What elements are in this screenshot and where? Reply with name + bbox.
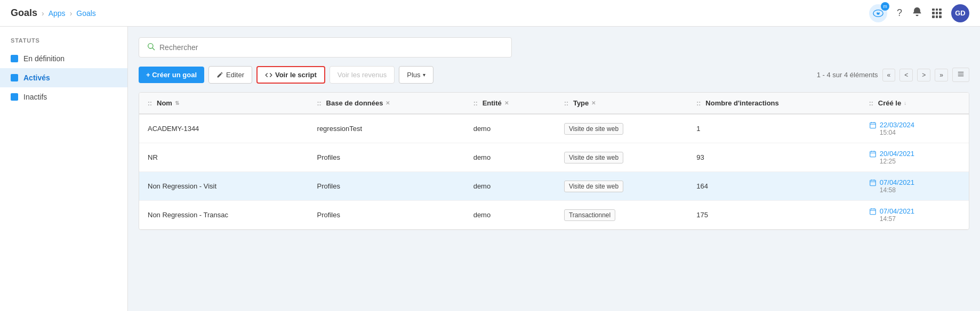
col-drag-icon: ::	[148, 100, 152, 107]
col-drag-icon-4: ::	[564, 100, 568, 107]
svg-rect-12	[870, 151, 876, 157]
apps-grid-icon[interactable]	[932, 9, 942, 18]
code-icon	[265, 71, 272, 79]
sort-type-icon[interactable]: ✕	[591, 100, 596, 106]
more-button[interactable]: Plus ▾	[399, 66, 433, 84]
cell-type-0: Visite de site web	[556, 114, 688, 143]
col-interactions: :: Nombre d'interactions	[688, 93, 861, 114]
toolbar-right: 1 - 4 sur 4 éléments « < > »	[817, 68, 969, 82]
table-row[interactable]: Non Regression - Transac Profiles demo T…	[139, 201, 969, 230]
cell-interactions-1: 93	[688, 143, 861, 172]
cell-nom-1: NR	[139, 143, 309, 172]
bell-icon[interactable]	[912, 6, 922, 20]
prev-page-button[interactable]: <	[899, 69, 913, 81]
inactifs-icon	[11, 93, 18, 101]
user-avatar[interactable]: GD	[951, 4, 969, 22]
table-header: :: Nom ⇅ :: Base de données ✕	[139, 93, 969, 114]
cell-date-2: 07/04/2021 14:58	[861, 172, 969, 201]
view-script-button[interactable]: Voir le script	[256, 66, 325, 84]
cell-nom-3: Non Regression - Transac	[139, 201, 309, 230]
breadcrumb-sep-1: ›	[42, 9, 44, 18]
table-body: ACADEMY-1344 regressionTest demo Visite …	[139, 114, 969, 230]
create-goal-button[interactable]: + Créer un goal	[139, 67, 204, 83]
data-table: :: Nom ⇅ :: Base de données ✕	[139, 92, 969, 230]
cell-entite-1: demo	[465, 143, 556, 172]
breadcrumb-apps[interactable]: Apps	[49, 9, 66, 18]
cell-date-3: 07/04/2021 14:57	[861, 201, 969, 230]
en-definition-icon	[11, 55, 18, 62]
cell-nom-0: ACADEMY-1344	[139, 114, 309, 143]
table-row[interactable]: Non Regression - Visit Profiles demo Vis…	[139, 172, 969, 201]
col-type: :: Type ✕	[556, 93, 688, 114]
calendar-icon	[869, 179, 877, 188]
avatar-eye-wrapper[interactable]: m	[869, 4, 887, 22]
cell-date-0: 22/03/2024 15:04	[861, 114, 969, 143]
sidebar-item-label-inactifs: Inactifs	[23, 93, 47, 101]
search-input[interactable]	[159, 43, 504, 52]
list-view-button[interactable]	[952, 68, 969, 82]
cell-base-1: Profiles	[309, 143, 465, 172]
edit-icon	[216, 71, 223, 78]
svg-rect-20	[870, 209, 876, 215]
col-base: :: Base de données ✕	[309, 93, 465, 114]
cell-nom-2: Non Regression - Visit	[139, 172, 309, 201]
help-icon[interactable]: ?	[897, 7, 902, 19]
cell-type-3: Transactionnel	[556, 201, 688, 230]
header-right: m ? GD	[869, 4, 969, 22]
sidebar-item-inactifs[interactable]: Inactifs	[0, 87, 127, 107]
svg-point-2	[878, 12, 879, 13]
pagination-info: 1 - 4 sur 4 éléments	[817, 71, 878, 79]
col-drag-icon-2: ::	[317, 100, 322, 107]
breadcrumb-goals[interactable]: Goals	[76, 9, 96, 18]
table-row[interactable]: NR Profiles demo Visite de site web 93	[139, 143, 969, 172]
cell-interactions-0: 1	[688, 114, 861, 143]
page-title: Goals	[11, 7, 37, 19]
col-nom: :: Nom ⇅	[139, 93, 309, 114]
toolbar: + Créer un goal Editer Voir le script Vo…	[139, 66, 969, 84]
next-page-button[interactable]: >	[917, 69, 930, 81]
edit-button[interactable]: Editer	[208, 66, 252, 84]
calendar-icon	[869, 208, 877, 217]
cell-interactions-2: 164	[688, 172, 861, 201]
sort-nom-icon[interactable]: ⇅	[175, 100, 179, 106]
table-row[interactable]: ACADEMY-1344 regressionTest demo Visite …	[139, 114, 969, 143]
sort-created-icon[interactable]: ↓	[904, 100, 906, 106]
calendar-icon	[869, 150, 877, 159]
cell-base-2: Profiles	[309, 172, 465, 201]
actives-icon	[11, 74, 18, 81]
sort-entite-icon[interactable]: ✕	[504, 100, 509, 106]
cell-date-1: 20/04/2021 12:25	[861, 143, 969, 172]
svg-rect-8	[870, 122, 876, 128]
sidebar-item-en-definition[interactable]: En définition	[0, 49, 127, 68]
sidebar-item-label-en-definition: En définition	[23, 54, 65, 63]
sort-base-icon[interactable]: ✕	[385, 100, 390, 106]
search-bar	[139, 37, 512, 58]
svg-line-4	[152, 48, 155, 50]
search-icon	[147, 42, 155, 53]
app-header: Goals › Apps › Goals m ?	[0, 0, 980, 27]
svg-rect-16	[870, 180, 876, 186]
header-left: Goals › Apps › Goals	[11, 7, 96, 19]
cell-base-3: Profiles	[309, 201, 465, 230]
cell-type-1: Visite de site web	[556, 143, 688, 172]
first-page-button[interactable]: «	[882, 69, 896, 81]
cell-entite-3: demo	[465, 201, 556, 230]
col-drag-icon-5: ::	[696, 100, 701, 107]
col-drag-icon-3: ::	[473, 100, 478, 107]
cell-interactions-3: 175	[688, 201, 861, 230]
list-icon	[957, 70, 965, 78]
calendar-icon	[869, 121, 877, 130]
view-revenue-button[interactable]: Voir les revenus	[330, 66, 395, 84]
cell-entite-2: demo	[465, 172, 556, 201]
col-created: :: Créé le ↓	[861, 93, 969, 114]
cell-type-2: Visite de site web	[556, 172, 688, 201]
chevron-down-icon: ▾	[423, 72, 425, 78]
last-page-button[interactable]: »	[935, 69, 948, 81]
col-drag-icon-6: ::	[869, 100, 873, 107]
cell-base-0: regressionTest	[309, 114, 465, 143]
sidebar-item-actives[interactable]: Activés	[0, 68, 127, 87]
sidebar-section-title: STATUTS	[0, 37, 127, 49]
sidebar-item-label-actives: Activés	[23, 73, 50, 82]
col-entite: :: Entité ✕	[465, 93, 556, 114]
goals-table: :: Nom ⇅ :: Base de données ✕	[139, 93, 969, 230]
